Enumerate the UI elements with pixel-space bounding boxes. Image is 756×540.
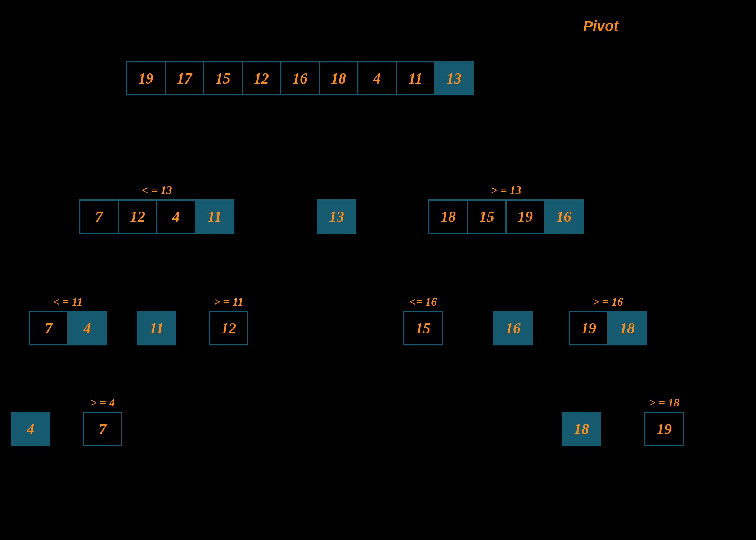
cells-row: 12: [209, 311, 248, 345]
pivot-cell: 4: [67, 311, 107, 345]
cells-row: 18151916: [428, 199, 584, 234]
array-cell: 19: [644, 412, 684, 446]
pivot-cell: 16: [544, 199, 584, 234]
array-cell: 12: [118, 199, 157, 234]
array-cell: 15: [203, 61, 243, 95]
array-group: > = 47: [83, 396, 122, 446]
cells-row: 19: [644, 412, 684, 446]
array-cell: 7: [79, 199, 119, 234]
array-cell: 4: [357, 61, 397, 95]
array-group: > = 1112: [209, 295, 248, 345]
partition-label: < = 13: [141, 184, 172, 197]
array-group: < = 1174: [29, 295, 107, 345]
cells-row: 1918: [569, 311, 647, 345]
array-cell: 15: [403, 311, 443, 345]
cells-row: 7: [83, 412, 122, 446]
pivot-cell: 4: [11, 412, 50, 446]
array-cell: 12: [209, 311, 248, 345]
pivot-cell: 18: [562, 412, 601, 446]
pivot-cell: 11: [137, 311, 176, 345]
array-cell: 18: [428, 199, 468, 234]
partition-label: > = 16: [593, 295, 623, 308]
array-group: > = 1819: [644, 396, 684, 446]
partition-label: <= 16: [409, 295, 437, 308]
array-group: > = 161918: [569, 295, 647, 345]
array-group: 11: [137, 295, 176, 345]
array-cell: 19: [505, 199, 545, 234]
array-cell: 17: [165, 61, 204, 95]
partition-label: > = 13: [491, 184, 521, 197]
cells-row: 19171512161841113: [126, 61, 474, 95]
pivot-cell: 13: [434, 61, 474, 95]
array-cell: 16: [280, 61, 320, 95]
cells-row: 13: [317, 199, 356, 234]
array-group-root: 19171512161841113: [126, 61, 474, 95]
pivot-cell: 13: [317, 199, 356, 234]
cells-row: 712411: [79, 199, 234, 234]
cells-row: 16: [493, 311, 533, 345]
partition-label: > = 18: [649, 396, 679, 409]
array-group: < = 13712411: [79, 184, 234, 234]
cells-row: 4: [11, 412, 50, 446]
pivot-cell: 18: [607, 311, 647, 345]
pivot-cell: 16: [493, 311, 533, 345]
array-cell: 11: [396, 61, 435, 95]
array-group: 18: [562, 396, 601, 446]
array-cell: 19: [569, 311, 608, 345]
pivot-cell: 11: [195, 199, 234, 234]
array-cell: 12: [242, 61, 281, 95]
array-group: <= 1615: [403, 295, 443, 345]
pivot-label: Pivot: [583, 18, 618, 34]
array-group: 4: [11, 396, 50, 446]
partition-label: > = 4: [90, 396, 115, 409]
array-group: 16: [493, 295, 533, 345]
array-group: 13: [317, 184, 356, 234]
array-cell: 4: [156, 199, 196, 234]
partition-label: < = 11: [53, 295, 83, 308]
array-cell: 19: [126, 61, 166, 95]
cells-row: 15: [403, 311, 443, 345]
array-cell: 7: [83, 412, 122, 446]
array-group: > = 1318151916: [428, 184, 584, 234]
array-cell: 15: [467, 199, 507, 234]
array-cell: 7: [29, 311, 68, 345]
cells-row: 11: [137, 311, 176, 345]
array-cell: 18: [319, 61, 358, 95]
partition-label: > = 11: [214, 295, 244, 308]
cells-row: 74: [29, 311, 107, 345]
cells-row: 18: [562, 412, 601, 446]
